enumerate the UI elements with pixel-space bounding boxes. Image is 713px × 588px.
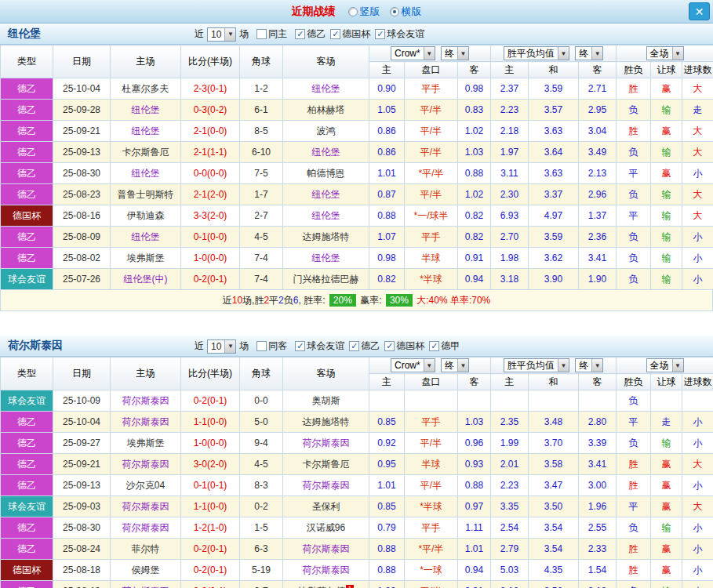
home-team-name[interactable]: 侯姆堡 bbox=[132, 564, 160, 575]
away-team-cell[interactable]: 荷尔斯泰因 bbox=[283, 433, 369, 454]
away-team-cell[interactable]: 门兴格拉德巴赫 bbox=[283, 269, 369, 290]
home-team-name[interactable]: 荷尔斯泰因 bbox=[122, 522, 169, 533]
home-team-name[interactable]: 纽伦堡 bbox=[132, 231, 160, 242]
away-team-cell[interactable]: 纽伦堡 bbox=[283, 142, 369, 163]
home-team-cell[interactable]: 荷尔斯泰因 bbox=[111, 496, 181, 517]
away-team-name[interactable]: 荷尔斯泰因 bbox=[303, 437, 350, 448]
away-team-name[interactable]: 纽伦堡 bbox=[312, 147, 340, 158]
avg-time-select[interactable]: 终▼ bbox=[575, 46, 603, 60]
away-team-cell[interactable]: 帕德博恩 bbox=[283, 163, 369, 184]
home-team-name[interactable]: 沙尔克04 bbox=[126, 480, 165, 491]
home-team-cell[interactable]: 荷尔斯泰因 bbox=[111, 517, 181, 539]
away-team-name[interactable]: 比勒菲尔德 bbox=[298, 586, 345, 588]
away-team-cell[interactable]: 波鸿 bbox=[283, 121, 369, 142]
home-team-cell[interactable]: 荷尔斯泰因 bbox=[111, 581, 181, 588]
home-team-name[interactable]: 普鲁士明斯特 bbox=[118, 189, 174, 200]
avg-odds-select[interactable]: 胜平负均值▼ bbox=[504, 46, 569, 60]
recent-count-select[interactable]: 10▼ bbox=[207, 27, 236, 42]
avg-time-select[interactable]: 终▼ bbox=[575, 358, 603, 372]
away-team-name[interactable]: 卡尔斯鲁厄 bbox=[303, 459, 350, 470]
layout-radio[interactable]: 竖版 bbox=[348, 5, 380, 19]
filter-league-checkbox[interactable]: ✓ 德国杯 bbox=[384, 339, 424, 353]
same-venue-checkbox[interactable]: ✓同客 bbox=[256, 339, 287, 353]
close-button[interactable]: ✕ bbox=[689, 2, 710, 20]
layout-radio[interactable]: 横版 bbox=[390, 5, 422, 19]
away-team-cell[interactable]: 达姆施塔特 bbox=[283, 227, 369, 248]
away-team-cell[interactable]: 纽伦堡 bbox=[283, 248, 369, 269]
home-team-name[interactable]: 荷尔斯泰因 bbox=[122, 586, 169, 588]
home-team-cell[interactable]: 菲尔特 bbox=[111, 539, 181, 560]
home-team-name[interactable]: 荷尔斯泰因 bbox=[122, 395, 169, 406]
away-team-cell[interactable]: 比勒菲尔德1 bbox=[283, 581, 369, 588]
away-team-name[interactable]: 荷尔斯泰因 bbox=[303, 543, 350, 554]
home-team-cell[interactable]: 纽伦堡 bbox=[111, 121, 181, 142]
home-team-cell[interactable]: 伊勒迪森 bbox=[111, 205, 181, 227]
avg-odds-select[interactable]: 胜平负均值▼ bbox=[504, 358, 569, 372]
away-team-name[interactable]: 达姆施塔特 bbox=[303, 416, 350, 427]
home-team-cell[interactable]: 纽伦堡 bbox=[111, 100, 181, 121]
home-team-cell[interactable]: 埃弗斯堡 bbox=[111, 433, 181, 454]
away-team-name[interactable]: 纽伦堡 bbox=[312, 83, 340, 94]
away-team-cell[interactable]: 卡尔斯鲁厄 bbox=[283, 454, 369, 475]
filter-league-checkbox[interactable]: ✓ 球会友谊 bbox=[375, 27, 424, 41]
filter-league-checkbox[interactable]: ✓ 德乙 bbox=[349, 339, 380, 353]
away-team-cell[interactable]: 达姆施塔特 bbox=[283, 412, 369, 433]
home-team-name[interactable]: 荷尔斯泰因 bbox=[122, 416, 169, 427]
home-team-name[interactable]: 荷尔斯泰因 bbox=[122, 459, 169, 470]
home-team-name[interactable]: 菲尔特 bbox=[132, 543, 160, 554]
filter-league-checkbox[interactable]: ✓ 球会友谊 bbox=[295, 339, 344, 353]
away-team-name[interactable]: 纽伦堡 bbox=[312, 210, 340, 221]
away-team-cell[interactable]: 汉诺威96 bbox=[283, 517, 369, 539]
bookmaker-select[interactable]: Crow*▼ bbox=[391, 46, 435, 60]
home-team-name[interactable]: 伊勒迪森 bbox=[127, 210, 165, 221]
away-team-cell[interactable]: 荷尔斯泰因 bbox=[283, 560, 369, 581]
away-team-name[interactable]: 门兴格拉德巴赫 bbox=[293, 274, 359, 285]
away-team-cell[interactable]: 奥胡斯 bbox=[283, 390, 369, 412]
home-team-name[interactable]: 纽伦堡 bbox=[132, 104, 160, 115]
home-team-cell[interactable]: 沙尔克04 bbox=[111, 475, 181, 496]
away-team-name[interactable]: 波鸿 bbox=[317, 125, 336, 136]
away-team-cell[interactable]: 圣保利 bbox=[283, 496, 369, 517]
home-team-cell[interactable]: 荷尔斯泰因 bbox=[111, 390, 181, 412]
scope-select[interactable]: 全场▼ bbox=[646, 358, 684, 372]
home-team-name[interactable]: 荷尔斯泰因 bbox=[122, 501, 169, 512]
home-team-name[interactable]: 纽伦堡 bbox=[132, 125, 160, 136]
home-team-cell[interactable]: 荷尔斯泰因 bbox=[111, 454, 181, 475]
scope-select[interactable]: 全场▼ bbox=[646, 46, 684, 60]
away-team-name[interactable]: 圣保利 bbox=[312, 501, 340, 512]
away-team-name[interactable]: 纽伦堡 bbox=[312, 252, 340, 263]
recent-count-select[interactable]: 10▼ bbox=[207, 339, 236, 354]
away-team-cell[interactable]: 纽伦堡 bbox=[283, 184, 369, 205]
away-team-name[interactable]: 纽伦堡 bbox=[312, 189, 340, 200]
home-team-cell[interactable]: 荷尔斯泰因 bbox=[111, 412, 181, 433]
filter-league-checkbox[interactable]: ✓ 德乙 bbox=[295, 27, 326, 41]
home-team-cell[interactable]: 纽伦堡 bbox=[111, 163, 181, 184]
home-team-name[interactable]: 卡尔斯鲁厄 bbox=[122, 147, 169, 158]
home-team-name[interactable]: 埃弗斯堡 bbox=[127, 437, 165, 448]
away-team-cell[interactable]: 柏林赫塔 bbox=[283, 100, 369, 121]
bookmaker-select[interactable]: Crow*▼ bbox=[391, 358, 435, 372]
away-team-name[interactable]: 荷尔斯泰因 bbox=[303, 564, 350, 575]
away-team-name[interactable]: 达姆施塔特 bbox=[303, 231, 350, 242]
home-team-cell[interactable]: 纽伦堡 bbox=[111, 227, 181, 248]
home-team-cell[interactable]: 纽伦堡(中) bbox=[111, 269, 181, 290]
away-team-cell[interactable]: 荷尔斯泰因 bbox=[283, 539, 369, 560]
home-team-name[interactable]: 纽伦堡(中) bbox=[124, 274, 168, 285]
filter-league-checkbox[interactable]: ✓ 德国杯 bbox=[330, 27, 370, 41]
away-team-name[interactable]: 汉诺威96 bbox=[307, 522, 345, 533]
away-team-name[interactable]: 荷尔斯泰因 bbox=[303, 480, 350, 491]
home-team-cell[interactable]: 普鲁士明斯特 bbox=[111, 184, 181, 205]
away-team-cell[interactable]: 纽伦堡 bbox=[283, 205, 369, 227]
home-team-cell[interactable]: 杜塞尔多夫 bbox=[111, 78, 181, 100]
away-team-name[interactable]: 柏林赫塔 bbox=[307, 104, 345, 115]
away-team-cell[interactable]: 纽伦堡 bbox=[283, 78, 369, 100]
home-team-name[interactable]: 纽伦堡 bbox=[132, 168, 160, 179]
same-venue-checkbox[interactable]: ✓同主 bbox=[256, 27, 287, 41]
home-team-cell[interactable]: 埃弗斯堡 bbox=[111, 248, 181, 269]
home-team-name[interactable]: 杜塞尔多夫 bbox=[122, 83, 169, 94]
home-team-cell[interactable]: 卡尔斯鲁厄 bbox=[111, 142, 181, 163]
away-team-cell[interactable]: 荷尔斯泰因 bbox=[283, 475, 369, 496]
home-team-cell[interactable]: 侯姆堡 bbox=[111, 560, 181, 581]
home-team-name[interactable]: 埃弗斯堡 bbox=[127, 252, 165, 263]
away-team-name[interactable]: 奥胡斯 bbox=[312, 395, 340, 406]
